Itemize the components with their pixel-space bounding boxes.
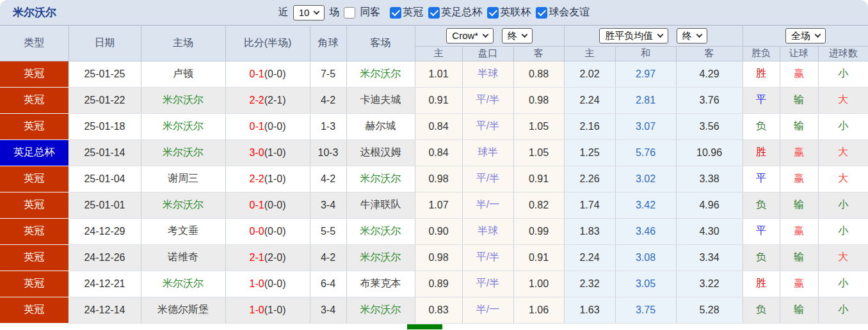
scrollbar-thumb[interactable] bbox=[407, 324, 442, 329]
win-odds-cell: 2.16 bbox=[564, 113, 615, 139]
home-team-cell: 谢周三 bbox=[141, 166, 225, 192]
filter-label[interactable]: 球会友谊 bbox=[549, 6, 590, 19]
match-row: 英冠25-01-04谢周三2-2(1-0)4-2米尔沃尔0.98平/半0.912… bbox=[0, 166, 868, 192]
league-cell: 英冠 bbox=[0, 192, 68, 218]
date-cell: 25-01-25 bbox=[68, 61, 141, 87]
win-odds-cell: 1.83 bbox=[564, 218, 615, 244]
league-filter-item[interactable]: 英联杯 bbox=[487, 6, 531, 19]
away-team-cell: 米尔沃尔 bbox=[346, 166, 415, 192]
col-header-corner: 角球 bbox=[310, 26, 346, 61]
score-cell: 0-1(0-0) bbox=[225, 113, 310, 139]
outcome-result-cell: 负 bbox=[743, 244, 780, 271]
handicap-home-odds-cell: 0.90 bbox=[415, 218, 462, 244]
scope-select[interactable]: 全场 bbox=[785, 28, 826, 43]
filter-label[interactable]: 英足总杯 bbox=[441, 6, 482, 19]
sub-header-outcome: 胜负 bbox=[743, 46, 780, 61]
handicap-home-odds-cell: 1.01 bbox=[415, 61, 462, 87]
handicap-home-odds-cell: 0.84 bbox=[415, 113, 462, 139]
filter-checkbox[interactable] bbox=[487, 7, 499, 19]
date-cell: 25-01-18 bbox=[68, 113, 141, 139]
corner-cell: 5-5 bbox=[310, 218, 346, 244]
away-team-cell: 米尔沃尔 bbox=[346, 297, 415, 323]
filter-label[interactable]: 英冠 bbox=[403, 6, 423, 19]
avg-odds-value: 胜平负均值 bbox=[605, 30, 653, 42]
date-cell: 24-12-21 bbox=[68, 271, 141, 297]
goals-result-cell: 小 bbox=[818, 113, 868, 139]
team-title: 米尔沃尔 bbox=[13, 5, 56, 20]
avg-odds-select[interactable]: 胜平负均值 bbox=[599, 28, 668, 43]
handicap-away-odds-cell: 0.99 bbox=[513, 218, 564, 244]
match-row: 英冠25-01-01米尔沃尔0-1(0-0)3-4牛津联队1.07半/一0.82… bbox=[0, 192, 868, 218]
draw-odds-cell: 5.76 bbox=[615, 139, 676, 166]
filter-checkbox[interactable] bbox=[390, 7, 401, 19]
draw-odds-cell: 3.02 bbox=[615, 166, 676, 192]
handicap-away-odds-cell: 0.82 bbox=[513, 192, 564, 218]
lose-odds-cell: 3.34 bbox=[676, 244, 743, 271]
halftime-score: (1-0) bbox=[264, 147, 286, 158]
goals-result-cell: 大 bbox=[818, 244, 868, 271]
score-cell: 2-2(2-1) bbox=[225, 87, 310, 113]
league-cell: 英冠 bbox=[0, 166, 68, 192]
draw-odds-cell: 3.07 bbox=[615, 113, 676, 139]
league-cell: 英冠 bbox=[0, 87, 68, 113]
same-away-checkbox[interactable] bbox=[344, 7, 355, 19]
handicap-result-cell: 输 bbox=[780, 87, 818, 113]
goals-result-cell: 大 bbox=[818, 87, 868, 113]
handicap-home-odds-cell: 0.98 bbox=[415, 244, 462, 271]
sub-header-eu-home: 主 bbox=[564, 46, 615, 61]
halftime-score: (2-1) bbox=[264, 95, 286, 106]
win-odds-cell: 1.74 bbox=[564, 192, 615, 218]
match-row: 英冠24-12-14米德尔斯堡1-0(1-0)3-4米尔沃尔0.83半/一1.0… bbox=[0, 297, 868, 323]
avg-state-select[interactable]: 终 bbox=[677, 28, 707, 43]
away-team-cell: 米尔沃尔 bbox=[346, 244, 415, 271]
sub-header-handicap-result: 让球 bbox=[780, 46, 818, 61]
fulltime-score: 1-0 bbox=[250, 278, 264, 289]
date-cell: 25-01-14 bbox=[68, 139, 141, 166]
lose-odds-cell: 4.96 bbox=[676, 192, 743, 218]
outcome-result-cell: 负 bbox=[743, 113, 780, 139]
filter-checkbox[interactable] bbox=[428, 7, 440, 19]
handicap-line-cell: 平/半 bbox=[462, 244, 513, 271]
league-filter-item[interactable]: 球会友谊 bbox=[536, 6, 590, 19]
odds-state-value: 终 bbox=[508, 30, 517, 42]
odds-source-select[interactable]: Crow* bbox=[446, 28, 494, 43]
handicap-away-odds-cell: 0.91 bbox=[513, 244, 564, 271]
filter-label[interactable]: 英联杯 bbox=[500, 6, 531, 19]
lose-odds-cell: 3.38 bbox=[676, 166, 743, 192]
date-cell: 25-01-22 bbox=[68, 87, 141, 113]
handicap-home-odds-cell: 0.98 bbox=[415, 166, 462, 192]
col-header-score: 比分(半场) bbox=[225, 26, 310, 61]
same-away-label[interactable]: 同客 bbox=[360, 6, 380, 19]
home-team-cell: 米尔沃尔 bbox=[141, 87, 225, 113]
goals-result-cell: 大 bbox=[818, 166, 868, 192]
away-team-cell: 牛津联队 bbox=[346, 192, 415, 218]
match-row: 英冠25-01-25卢顿0-1(0-0)7-5米尔沃尔1.01半球0.882.0… bbox=[0, 61, 868, 87]
outcome-result-cell: 胜 bbox=[743, 61, 780, 87]
away-team-cell: 布莱克本 bbox=[346, 271, 415, 297]
handicap-result-cell: 赢 bbox=[780, 166, 818, 192]
corner-cell: 7-5 bbox=[310, 61, 346, 87]
odds-state-select[interactable]: 终 bbox=[502, 28, 533, 43]
league-filter-item[interactable]: 英冠 bbox=[390, 6, 423, 19]
handicap-result-cell: 输 bbox=[780, 192, 818, 218]
league-filter-item[interactable]: 英足总杯 bbox=[428, 6, 482, 19]
away-team-cell: 卡迪夫城 bbox=[346, 87, 415, 113]
match-count-select[interactable]: 10 bbox=[293, 5, 325, 20]
filter-checkbox[interactable] bbox=[536, 7, 547, 19]
lose-odds-cell: 4.29 bbox=[676, 61, 743, 87]
chevron-down-icon bbox=[314, 8, 320, 15]
home-team-cell: 米德尔斯堡 bbox=[141, 297, 225, 323]
outcome-result-cell: 胜 bbox=[743, 139, 780, 166]
fulltime-score: 0-1 bbox=[250, 200, 264, 210]
handicap-away-odds-cell: 1.05 bbox=[513, 113, 564, 139]
match-row: 英冠24-12-26诺维奇2-1(2-0)4-2米尔沃尔0.98平/半0.912… bbox=[0, 244, 868, 271]
draw-odds-cell: 3.08 bbox=[615, 244, 676, 271]
sub-header-ah-line: 盘口 bbox=[462, 46, 513, 61]
handicap-line-cell: 半/一 bbox=[462, 192, 513, 218]
fulltime-score: 2-2 bbox=[250, 173, 264, 184]
halftime-score: (1-0) bbox=[264, 304, 286, 315]
match-row: 英冠25-01-18米尔沃尔0-1(0-0)1-3赫尔城0.84平/半1.052… bbox=[0, 113, 868, 139]
halftime-score: (0-0) bbox=[264, 278, 286, 289]
halftime-score: (0-0) bbox=[264, 68, 286, 79]
league-cell: 英冠 bbox=[0, 271, 68, 297]
